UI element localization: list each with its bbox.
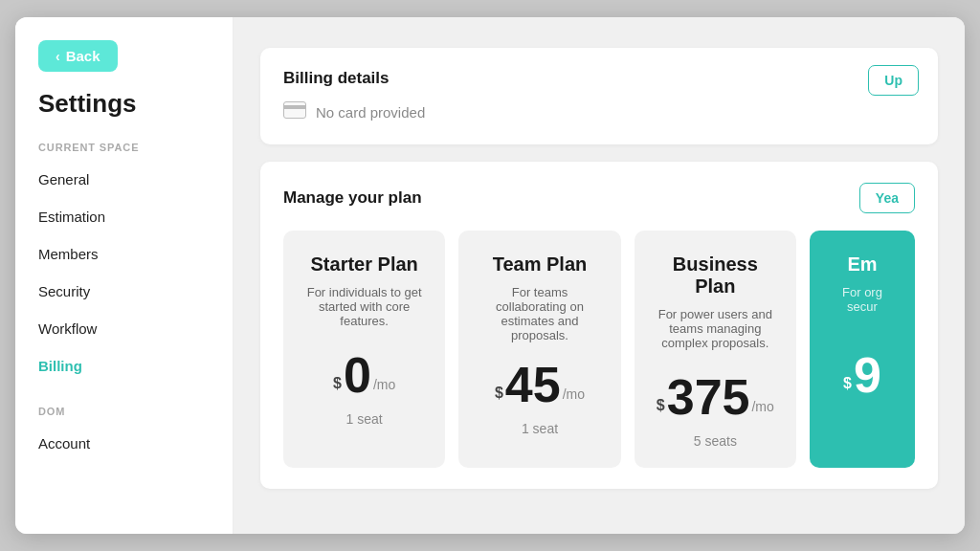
sidebar-item-billing-label: Billing — [38, 358, 82, 374]
business-seats: 5 seats — [694, 433, 737, 449]
team-price: 45 — [505, 360, 561, 409]
team-plan-name: Team Plan — [493, 253, 588, 276]
business-plan-card: Business Plan For power users and teams … — [635, 231, 796, 468]
enterprise-price: 9 — [854, 350, 881, 400]
team-price-row: $ 45 /mo — [495, 360, 585, 409]
sidebar-item-estimation-label: Estimation — [38, 209, 105, 225]
enterprise-plan-card: Em For org secur $ 9 — [810, 231, 915, 468]
no-card-text: No card provided — [316, 104, 425, 121]
sidebar-item-members[interactable]: Members — [15, 235, 233, 273]
enterprise-plan-name: Em — [847, 253, 877, 276]
starter-plan-name: Starter Plan — [311, 253, 418, 276]
starter-currency: $ — [333, 375, 342, 392]
sidebar-item-security[interactable]: Security — [15, 273, 233, 310]
plans-container: Starter Plan For individuals to get star… — [283, 231, 915, 468]
team-seats: 1 seat — [522, 421, 558, 436]
svg-rect-0 — [284, 102, 306, 119]
app-window: ‹ Back Settings CURRENT SPACE General Es… — [15, 17, 965, 534]
billing-details-card: Billing details No card provided Up — [260, 48, 938, 144]
business-price-row: $ 375 /mo — [657, 372, 774, 422]
sidebar: ‹ Back Settings CURRENT SPACE General Es… — [15, 17, 234, 534]
section2-label: DOM — [38, 406, 233, 417]
enterprise-price-row: $ 9 — [843, 350, 881, 400]
business-plan-name: Business Plan — [652, 253, 779, 298]
starter-plan-card: Starter Plan For individuals to get star… — [283, 231, 445, 468]
starter-plan-desc: For individuals to get started with core… — [301, 285, 428, 333]
starter-price-mo: /mo — [373, 377, 395, 392]
sidebar-item-general-label: General — [38, 171, 89, 187]
sidebar-item-estimation[interactable]: Estimation — [15, 198, 233, 235]
section1-label: CURRENT SPACE — [38, 142, 233, 153]
sidebar-item-workflow[interactable]: Workflow — [15, 310, 233, 347]
sidebar-item-account-label: Account — [38, 435, 90, 452]
back-label: Back — [66, 48, 100, 64]
chevron-left-icon: ‹ — [56, 49, 60, 64]
starter-price-row: $ 0 /mo — [333, 350, 395, 400]
sidebar-item-billing[interactable]: Billing — [15, 347, 233, 385]
yearly-button[interactable]: Yea — [859, 183, 915, 213]
billing-row: No card provided — [283, 101, 915, 123]
settings-title: Settings — [38, 89, 233, 119]
sidebar-item-security-label: Security — [38, 283, 90, 299]
enterprise-currency: $ — [843, 375, 852, 392]
enterprise-plan-desc: For org secur — [827, 285, 898, 333]
sidebar-item-workflow-label: Workflow — [38, 320, 97, 337]
sidebar-item-general[interactable]: General — [15, 161, 233, 198]
svg-rect-1 — [283, 105, 306, 109]
team-plan-desc: For teams collaborating on estimates and… — [476, 285, 603, 342]
starter-price: 0 — [344, 350, 371, 400]
team-price-mo: /mo — [563, 386, 585, 402]
sidebar-item-members-label: Members — [38, 246, 99, 262]
business-price: 375 — [667, 372, 750, 422]
update-button[interactable]: Up — [868, 65, 919, 96]
business-currency: $ — [657, 397, 665, 414]
main-content: Billing details No card provided Up Mana… — [234, 17, 965, 534]
sidebar-item-account[interactable]: Account — [15, 425, 233, 462]
business-price-mo: /mo — [751, 399, 773, 414]
section-spacer — [15, 385, 233, 398]
manage-plan-card: Manage your plan Yea Starter Plan For in… — [260, 162, 938, 489]
starter-seats: 1 seat — [346, 411, 383, 427]
credit-card-icon — [283, 101, 306, 123]
team-plan-card: Team Plan For teams collaborating on est… — [458, 231, 620, 468]
plan-section-title: Manage your plan — [283, 188, 422, 208]
team-currency: $ — [495, 385, 503, 402]
back-button[interactable]: ‹ Back — [38, 40, 118, 72]
plan-header: Manage your plan Yea — [283, 183, 915, 213]
billing-card-title: Billing details — [283, 69, 915, 88]
business-plan-desc: For power users and teams managing compl… — [652, 307, 779, 355]
